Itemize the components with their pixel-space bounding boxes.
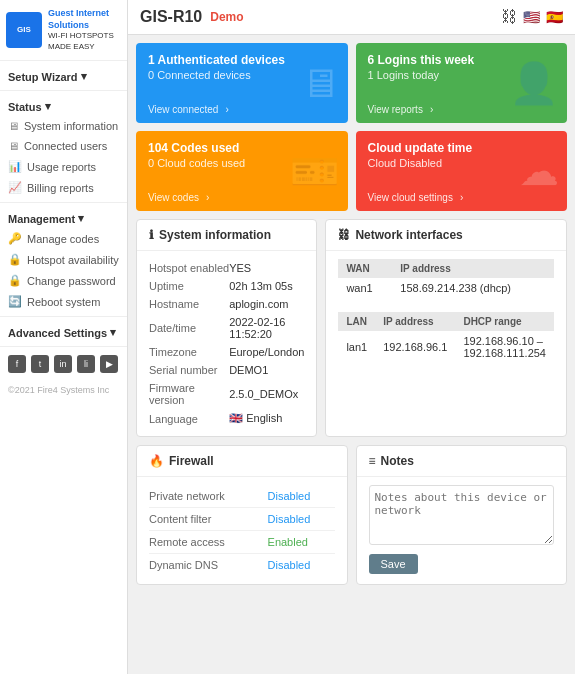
firewall-field-value[interactable]: Disabled xyxy=(268,508,335,531)
save-button[interactable]: Save xyxy=(369,554,418,574)
wan-name[interactable]: wan1 xyxy=(338,278,392,298)
logo-icon: GIS xyxy=(6,12,42,48)
firewall-title: Firewall xyxy=(169,454,214,468)
table-row: Hotspot enabled YES xyxy=(149,259,304,277)
field-label: Firmware version xyxy=(149,379,229,409)
sidebar-item-connected-users[interactable]: 🖥 Connected users xyxy=(0,136,127,156)
wan-col: WAN xyxy=(338,259,392,278)
firewall-field-value[interactable]: Disabled xyxy=(268,485,335,508)
header-model: GIS-R10 xyxy=(140,8,202,26)
stat-card-codes[interactable]: 104 Codes used 0 Cloud codes used View c… xyxy=(136,131,348,211)
firewall-field-value[interactable]: Enabled xyxy=(268,531,335,554)
social-links: f t in li ▶ xyxy=(0,347,127,381)
main-content: GIS-R10 Demo ⛓ 🇺🇸 🇪🇸 1 Authenticated dev… xyxy=(128,0,575,674)
sidebar-item-label: Manage codes xyxy=(27,233,99,245)
table-row: Date/time 2022-02-16 11:52:20 xyxy=(149,313,304,343)
linkedin-icon[interactable]: li xyxy=(77,355,95,373)
table-header-row: LAN IP address DHCP range xyxy=(338,312,554,331)
billing-icon: 📈 xyxy=(8,181,22,194)
sidebar-item-manage-codes[interactable]: 🔑 Manage codes xyxy=(0,228,127,249)
firewall-panel: 🔥 Firewall Private network Disabled Cont… xyxy=(136,445,348,585)
table-row: Uptime 02h 13m 05s xyxy=(149,277,304,295)
monitor-icon: 🖥 xyxy=(8,120,19,132)
field-label: Date/time xyxy=(149,313,229,343)
sidebar-item-billing-reports[interactable]: 📈 Billing reports xyxy=(0,177,127,198)
advanced-settings-title[interactable]: Advanced Settings ▾ xyxy=(0,321,127,342)
chevron-down-icon: ▾ xyxy=(78,212,84,225)
table-row: Serial number DEMO1 xyxy=(149,361,304,379)
field-value[interactable]: Europe/London xyxy=(229,343,304,361)
field-value[interactable]: aplogin.com xyxy=(229,295,304,313)
status-title[interactable]: Status ▾ xyxy=(0,95,127,116)
system-info-panel: ℹ System information Hotspot enabled YES… xyxy=(136,219,317,437)
chevron-right-icon: › xyxy=(206,192,209,203)
wan-ip: 158.69.214.238 (dhcp) xyxy=(392,278,554,298)
sidebar-item-usage-reports[interactable]: 📊 Usage reports xyxy=(0,156,127,177)
sidebar-item-system-information[interactable]: 🖥 System information xyxy=(0,116,127,136)
sidebar-item-label: Reboot system xyxy=(27,296,100,308)
fire-icon: 🔥 xyxy=(149,454,164,468)
firewall-field-value[interactable]: Disabled xyxy=(268,554,335,577)
chevron-down-icon: ▾ xyxy=(110,326,116,339)
sidebar-item-reboot-system[interactable]: 🔄 Reboot system xyxy=(0,291,127,312)
lan-table: LAN IP address DHCP range lan1 192.168.9… xyxy=(338,312,554,363)
stat-card-link[interactable]: View codes › xyxy=(148,192,209,203)
notes-textarea[interactable] xyxy=(369,485,555,545)
flag-es-icon[interactable]: 🇪🇸 xyxy=(546,9,563,25)
stat-card-link[interactable]: View cloud settings › xyxy=(368,192,464,203)
stat-card-link[interactable]: View connected › xyxy=(148,104,229,115)
stat-card-authenticated[interactable]: 1 Authenticated devices 0 Connected devi… xyxy=(136,43,348,123)
field-value: 02h 13m 05s xyxy=(229,277,304,295)
firewall-field-label: Content filter xyxy=(149,508,268,531)
firewall-body: Private network Disabled Content filter … xyxy=(137,477,347,584)
management-title[interactable]: Management ▾ xyxy=(0,207,127,228)
users-bg-icon: 👤 xyxy=(509,60,559,107)
status-label: Status xyxy=(8,101,42,113)
stat-card-logins[interactable]: 6 Logins this week 1 Logins today View r… xyxy=(356,43,568,123)
network-icon: ⛓ xyxy=(338,228,350,242)
table-row: Content filter Disabled xyxy=(149,508,335,531)
setup-wizard-title[interactable]: Setup Wizard ▾ xyxy=(0,65,127,86)
lan-name[interactable]: lan1 xyxy=(338,331,375,363)
sidebar: GIS Guest Internet Solutions WI-FI HOTSP… xyxy=(0,0,128,674)
stat-card-cloud[interactable]: Cloud update time Cloud Disabled View cl… xyxy=(356,131,568,211)
sidebar-item-change-password[interactable]: 🔒 Change password xyxy=(0,270,127,291)
field-value: YES xyxy=(229,259,304,277)
header-demo: Demo xyxy=(210,10,243,24)
field-label: Language xyxy=(149,409,229,428)
setup-wizard-section: Setup Wizard ▾ xyxy=(0,61,127,91)
info-row-1: ℹ System information Hotspot enabled YES… xyxy=(136,219,567,437)
firewall-header: 🔥 Firewall xyxy=(137,446,347,477)
sidebar-item-label: Connected users xyxy=(24,140,107,152)
stat-row-2: 104 Codes used 0 Cloud codes used View c… xyxy=(136,131,567,211)
sidebar-item-label: System information xyxy=(24,120,118,132)
table-row: Timezone Europe/London xyxy=(149,343,304,361)
flag-us-icon[interactable]: 🇺🇸 xyxy=(523,9,540,25)
chevron-right-icon: › xyxy=(225,104,228,115)
instagram-icon[interactable]: in xyxy=(54,355,72,373)
system-info-table: Hotspot enabled YES Uptime 02h 13m 05s H… xyxy=(149,259,304,428)
devices-bg-icon: 🖥 xyxy=(300,61,340,106)
network-interfaces-panel: ⛓ Network interfaces WAN IP address xyxy=(325,219,567,437)
sidebar-item-hotspot-availability[interactable]: 🔒 Hotspot availability xyxy=(0,249,127,270)
field-value: 🇬🇧 English xyxy=(229,409,304,428)
users-icon: 🖥 xyxy=(8,140,19,152)
notes-title: Notes xyxy=(381,454,414,468)
chevron-down-icon: ▾ xyxy=(45,100,51,113)
management-label: Management xyxy=(8,213,75,225)
facebook-icon[interactable]: f xyxy=(8,355,26,373)
network-interfaces-header: ⛓ Network interfaces xyxy=(326,220,566,251)
content-area: 1 Authenticated devices 0 Connected devi… xyxy=(128,35,575,674)
chevron-right-icon: › xyxy=(460,192,463,203)
logo-text: Guest Internet Solutions WI-FI HOTSPOTS … xyxy=(48,8,121,52)
firewall-field-label: Dynamic DNS xyxy=(149,554,268,577)
sidebar-logo: GIS Guest Internet Solutions WI-FI HOTSP… xyxy=(0,0,127,61)
youtube-icon[interactable]: ▶ xyxy=(100,355,118,373)
field-value[interactable]: 2.5.0_DEMOx xyxy=(229,379,304,409)
info-icon: ℹ xyxy=(149,228,154,242)
twitter-icon[interactable]: t xyxy=(31,355,49,373)
status-section: Status ▾ 🖥 System information 🖥 Connecte… xyxy=(0,91,127,203)
stat-card-link[interactable]: View reports › xyxy=(368,104,434,115)
table-header-row: WAN IP address xyxy=(338,259,554,278)
cloud-bg-icon: ☁ xyxy=(519,148,559,194)
